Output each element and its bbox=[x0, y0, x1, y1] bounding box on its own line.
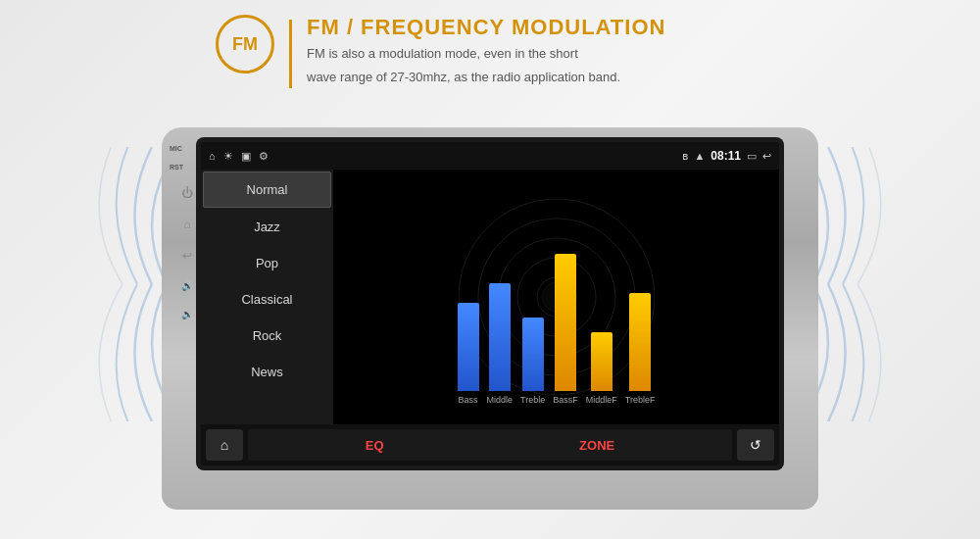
settings-status-icon[interactable]: ⚙ bbox=[259, 150, 269, 163]
fm-header: FM FM / FREQUENCY MODULATION FM is also … bbox=[216, 15, 970, 88]
eq-bar-middlef[interactable] bbox=[591, 332, 612, 391]
home-side-icon[interactable]: ⌂ bbox=[183, 218, 190, 231]
power-icon[interactable]: ⏻ bbox=[181, 186, 193, 200]
eq-label-bass: Bass bbox=[459, 395, 478, 405]
eq-bar-treble[interactable] bbox=[522, 318, 544, 391]
fm-divider bbox=[289, 20, 292, 88]
fm-logo-text: FM bbox=[232, 34, 258, 55]
home-status-icon[interactable]: ⌂ bbox=[209, 150, 216, 162]
eq-label[interactable]: EQ bbox=[366, 438, 384, 453]
eq-bar-group-treble: Treble bbox=[520, 318, 545, 405]
menu-item-classical[interactable]: Classical bbox=[203, 282, 331, 317]
status-bar: ⌂ ☀ ▣ ⚙ ʙ ▲ 08:11 ▭ ↩ bbox=[201, 142, 779, 170]
bottom-home-button[interactable]: ⌂ bbox=[206, 429, 243, 461]
side-controls: ⏻ ⌂ ↩ 🔊 🔉 bbox=[181, 186, 193, 319]
menu-item-news[interactable]: News bbox=[203, 355, 331, 389]
eq-bar-group-middle: Middle bbox=[487, 283, 514, 405]
screen: ⌂ ☀ ▣ ⚙ ʙ ▲ 08:11 ▭ ↩ NormalJazzP bbox=[201, 142, 779, 466]
bottom-bar: ⌂ EQ ZONE ↺ bbox=[201, 424, 779, 466]
eq-bar-group-middlef: MiddleF bbox=[586, 332, 617, 405]
menu-item-rock[interactable]: Rock bbox=[203, 318, 331, 353]
bottom-back-button[interactable]: ↺ bbox=[737, 429, 774, 461]
eq-bar-middle[interactable] bbox=[489, 283, 511, 391]
rst-label: RST bbox=[170, 164, 183, 171]
fm-title: FM / FREQUENCY MODULATION bbox=[307, 15, 665, 40]
bottom-back-icon: ↺ bbox=[750, 437, 761, 453]
eq-bar-bassf[interactable] bbox=[555, 254, 576, 391]
eq-label-treblef: TrebleF bbox=[625, 395, 656, 405]
eq-bar-bass[interactable] bbox=[458, 303, 479, 391]
screen-bezel: ⌂ ☀ ▣ ⚙ ʙ ▲ 08:11 ▭ ↩ NormalJazzP bbox=[196, 137, 784, 470]
status-left-icons: ⌂ ☀ ▣ ⚙ bbox=[209, 150, 269, 163]
car-unit: MIC RST ⏻ ⌂ ↩ 🔊 🔉 ⌂ ☀ ▣ ⚙ ʙ ▲ 08:11 bbox=[162, 127, 818, 510]
wave-right bbox=[794, 147, 970, 421]
brightness-icon[interactable]: ☀ bbox=[223, 150, 233, 163]
back-side-icon[interactable]: ↩ bbox=[182, 249, 192, 263]
eq-mode-menu: NormalJazzPopClassicalRockNews bbox=[201, 170, 333, 424]
eq-bars: BassMiddleTrebleBassFMiddleFTrebleF bbox=[458, 248, 656, 405]
battery-icon: ▭ bbox=[747, 150, 757, 163]
status-time: 08:11 bbox=[710, 149, 741, 163]
fm-description-line2: wave range of 27-30mhz, as the radio app… bbox=[307, 68, 665, 87]
eq-bar-group-bassf: BassF bbox=[553, 254, 578, 405]
eq-area: BassMiddleTrebleBassFMiddleFTrebleF bbox=[333, 170, 779, 424]
wave-left bbox=[10, 147, 186, 421]
main-content: NormalJazzPopClassicalRockNews bbox=[201, 170, 779, 424]
vol-down-icon[interactable]: 🔉 bbox=[181, 309, 193, 319]
eq-bar-group-treblef: TrebleF bbox=[625, 293, 656, 405]
status-right-area: ʙ ▲ 08:11 ▭ ↩ bbox=[682, 149, 771, 163]
fm-text-block: FM / FREQUENCY MODULATION FM is also a m… bbox=[307, 15, 665, 86]
signal-icon: ▲ bbox=[694, 150, 705, 162]
mic-label: MIC bbox=[170, 145, 183, 152]
vol-up-icon[interactable]: 🔊 bbox=[181, 280, 193, 291]
eq-label-middlef: MiddleF bbox=[586, 395, 617, 405]
fm-logo-circle: FM bbox=[216, 15, 274, 74]
zone-label[interactable]: ZONE bbox=[579, 438, 614, 453]
eq-bar-treblef[interactable] bbox=[629, 293, 651, 391]
menu-item-pop[interactable]: Pop bbox=[203, 246, 331, 280]
bluetooth-icon: ʙ bbox=[682, 150, 688, 163]
bottom-center-controls: EQ ZONE bbox=[248, 429, 732, 461]
eq-label-treble: Treble bbox=[520, 395, 545, 405]
back-status-icon[interactable]: ↩ bbox=[762, 150, 771, 163]
menu-item-normal[interactable]: Normal bbox=[203, 172, 331, 208]
eq-label-bassf: BassF bbox=[553, 395, 578, 405]
eq-bar-group-bass: Bass bbox=[458, 303, 479, 405]
monitor-icon[interactable]: ▣ bbox=[241, 150, 251, 163]
eq-label-middle: Middle bbox=[487, 395, 514, 405]
bottom-home-icon: ⌂ bbox=[220, 437, 228, 453]
fm-description-line1: FM is also a modulation mode, even in th… bbox=[307, 44, 665, 64]
menu-item-jazz[interactable]: Jazz bbox=[203, 210, 331, 244]
